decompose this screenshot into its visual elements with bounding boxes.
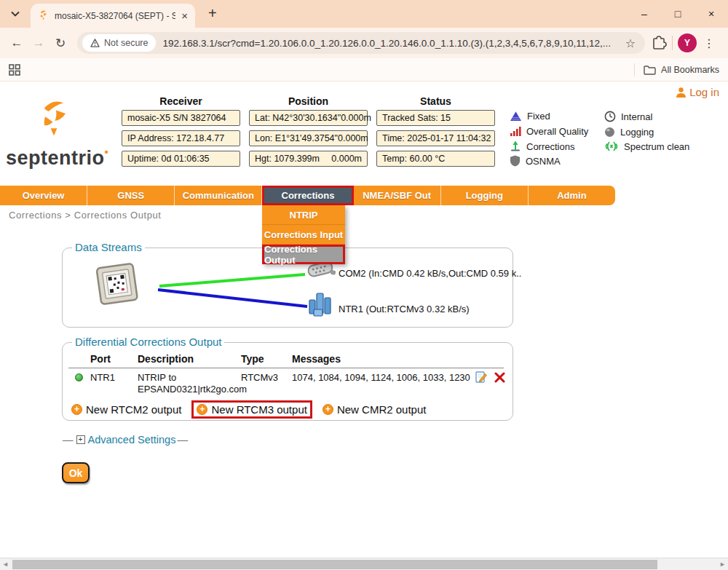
profile-avatar[interactable]: Y (678, 33, 697, 52)
quality-bars-icon (510, 126, 521, 137)
delete-output-icon[interactable] (494, 372, 505, 386)
login-label: Log in (689, 86, 719, 98)
url-text[interactable]: 192.168.3.1/scr?cmd=1.20.106.0.0_1.20.12… (162, 38, 618, 49)
browser-toolbar: ← → ↻ Not secure 192.168.3.1/scr?cmd=1.2… (0, 28, 728, 58)
tab-search-button[interactable] (7, 6, 23, 22)
row-messages: 1074, 1084, 1094, 1124, 1006, 1033, 1230 (292, 372, 470, 383)
spectrum-waves-icon (604, 140, 619, 152)
position-lat-box: Lat: N42°30'30.1634"0.000m (249, 110, 368, 126)
breadcrumb: Corrections > Corrections Output (9, 210, 162, 221)
corrections-arrow-icon (510, 140, 521, 152)
ok-button[interactable]: Ok (62, 462, 90, 483)
new-cmr2-output-button[interactable]: + New CMR2 output (323, 403, 427, 416)
login-link[interactable]: Log in (675, 86, 719, 98)
forward-button[interactable]: → (28, 36, 50, 50)
ntr1-stream-label: NTR1 (Out:RTCMv3 0.32 kB/s) (339, 304, 470, 314)
window-controls: – □ × (628, 0, 728, 28)
bookmark-star-icon[interactable]: ☆ (619, 36, 642, 50)
com2-stream-label: COM2 (In:CMD 0.42 kB/s,Out:CMD 0.59 k.. (339, 268, 521, 279)
browser-tab[interactable]: mosaic-X5-3827064 (SEPT) - Se × (31, 4, 195, 28)
advanced-settings-label: Advanced Settings (88, 434, 176, 446)
corrections-dropdown: NTRIP Corrections Input Corrections Outp… (262, 205, 345, 264)
position-column-title: Position (249, 95, 368, 107)
window-minimize-button[interactable]: – (628, 0, 661, 28)
browser-menu-icon[interactable]: ⋮ (697, 36, 722, 50)
receiver-uptime-box: Uptime: 0d 01:06:35 (122, 151, 240, 167)
indicator-spectrum-clean: Spectrum clean (604, 140, 689, 153)
diff-corrections-output-title: Differential Corrections Output (72, 336, 224, 348)
status-sats-box: Tracked Sats: 15 (376, 110, 495, 126)
tab-close-icon[interactable]: × (181, 9, 188, 22)
col-header-type: Type (241, 353, 264, 365)
dropdown-item-corrections-output[interactable]: Corrections Output (262, 245, 345, 264)
bookmarks-separator (634, 63, 635, 76)
indicator-overall-quality: Overall Quality (510, 124, 588, 138)
fixed-triangle-icon (510, 111, 522, 122)
indicator-internal: Internal (604, 110, 652, 123)
all-bookmarks-button[interactable]: All Bookmarks (661, 65, 719, 75)
window-maximize-button[interactable]: □ (661, 0, 695, 28)
horizontal-scrollbar[interactable]: ◄ ► (0, 558, 728, 570)
row-description-line2: EPSAND0321|rtk2go.com (138, 384, 247, 395)
extensions-icon[interactable] (651, 35, 667, 51)
diff-corrections-output-panel: Differential Corrections Output Port Des… (62, 342, 513, 421)
indicator-fixed: Fixed (510, 109, 550, 122)
main-navbar: Overview GNSS Communication Corrections … (0, 186, 615, 205)
url-bar[interactable]: Not secure 192.168.3.1/scr?cmd=1.20.106.… (77, 32, 645, 54)
user-icon (675, 87, 687, 98)
receiver-column-title: Receiver (122, 95, 240, 107)
position-lon-box: Lon: E1°31'49.3754"0.000m (249, 130, 368, 146)
status-time-box: Time: 2025-01-17 11:04:32 (376, 130, 495, 146)
status-temp-box: Temp: 60.00 °C (376, 151, 495, 167)
row-port: NTR1 (90, 372, 115, 383)
window-close-button[interactable]: × (695, 0, 728, 28)
nav-tab-overview[interactable]: Overview (0, 186, 87, 205)
col-header-description: Description (138, 353, 194, 365)
nav-tab-communication[interactable]: Communication (175, 186, 262, 205)
browser-titlebar: mosaic-X5-3827064 (SEPT) - Se × + – □ × (0, 0, 728, 28)
receiver-ip-box: IP Address: 172.18.4.77 (122, 130, 240, 146)
dropdown-item-ntrip[interactable]: NTRIP (262, 205, 345, 225)
septentrio-logo-icon (33, 98, 74, 143)
nav-tab-admin[interactable]: Admin (529, 186, 615, 205)
table-header-divider (68, 368, 504, 368)
clock-icon (604, 111, 616, 122)
new-rtcm3-output-button[interactable]: + New RTCM3 output (191, 400, 312, 419)
chevron-down-icon (11, 11, 20, 17)
folder-icon (644, 65, 656, 75)
reload-button[interactable]: ↻ (50, 36, 71, 51)
ntr1-caster-icon (308, 290, 334, 321)
indicator-corrections: Corrections (510, 140, 574, 153)
status-column-title: Status (376, 95, 495, 107)
scrollbar-thumb[interactable] (12, 560, 657, 569)
edit-output-icon[interactable] (475, 371, 488, 387)
apps-grid-icon[interactable] (9, 64, 20, 76)
toolbar-separator (672, 36, 673, 50)
receiver-chip-icon (93, 260, 141, 310)
sphere-icon (604, 127, 615, 138)
row-type: RTCMv3 (241, 372, 278, 383)
plus-icon: + (197, 404, 207, 415)
back-button[interactable]: ← (6, 36, 28, 50)
dropdown-item-corrections-input[interactable]: Corrections Input (262, 225, 345, 245)
add-output-actions: + New RTCM2 output + New RTCM3 output + … (71, 400, 426, 419)
expand-plus-icon[interactable]: + (76, 435, 85, 444)
nav-tab-gnss[interactable]: GNSS (87, 186, 175, 205)
row-description-line1: NTRIP to (138, 372, 176, 383)
new-tab-button[interactable]: + (208, 5, 217, 22)
advanced-settings-toggle[interactable]: — + Advanced Settings — (63, 434, 188, 446)
scroll-left-icon[interactable]: ◄ (2, 561, 9, 568)
indicator-logging: Logging (604, 125, 654, 138)
not-secure-label: Not secure (104, 38, 148, 48)
scroll-right-icon[interactable]: ► (719, 561, 726, 568)
indicator-osnma: OSNMA (510, 154, 561, 167)
col-header-port: Port (90, 353, 111, 365)
col-header-messages: Messages (292, 353, 341, 365)
nav-tab-logging[interactable]: Logging (441, 186, 529, 205)
nav-tab-corrections[interactable]: Corrections (262, 186, 353, 205)
new-rtcm2-output-button[interactable]: + New RTCM2 output (71, 403, 181, 416)
nav-tab-nmea-sbf-out[interactable]: NMEA/SBF Out (354, 186, 441, 205)
not-secure-chip[interactable]: Not secure (82, 34, 156, 52)
shield-icon (510, 155, 521, 167)
plus-icon: + (323, 404, 333, 415)
